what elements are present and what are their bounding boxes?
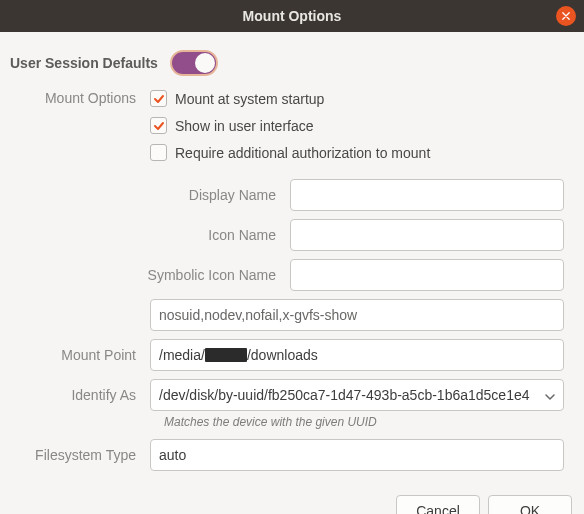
label-symbolic-icon-name: Symbolic Icon Name	[10, 267, 290, 283]
close-button[interactable]	[556, 6, 576, 26]
label-filesystem-type: Filesystem Type	[10, 447, 150, 463]
filesystem-type-input[interactable]	[150, 439, 564, 471]
checkbox-show-ui[interactable]	[150, 117, 167, 134]
chevron-down-icon	[545, 387, 555, 403]
identify-as-value: /dev/disk/by-uuid/fb250ca7-1d47-493b-a5c…	[159, 387, 539, 403]
cancel-button[interactable]: Cancel	[396, 495, 480, 514]
mount-options-line-input[interactable]	[150, 299, 564, 331]
ok-button[interactable]: OK	[488, 495, 572, 514]
check-icon	[153, 93, 165, 105]
checkbox-label-startup: Mount at system startup	[175, 91, 324, 107]
identify-as-select[interactable]: /dev/disk/by-uuid/fb250ca7-1d47-493b-a5c…	[150, 379, 564, 411]
close-icon	[562, 12, 570, 20]
dialog-content: User Session Defaults Mount Options Moun…	[0, 32, 584, 489]
window-title: Mount Options	[243, 8, 342, 24]
identify-as-hint: Matches the device with the given UUID	[164, 415, 564, 429]
label-mount-point: Mount Point	[10, 347, 150, 363]
label-mount-options: Mount Options	[10, 88, 150, 106]
mount-point-input[interactable]	[150, 339, 564, 371]
label-display-name: Display Name	[10, 187, 290, 203]
section-title: User Session Defaults	[10, 55, 170, 71]
checkbox-require-auth[interactable]	[150, 144, 167, 161]
checkbox-label-show-ui: Show in user interface	[175, 118, 314, 134]
dialog-footer: Cancel OK	[0, 489, 584, 514]
label-icon-name: Icon Name	[10, 227, 290, 243]
label-identify-as: Identify As	[10, 387, 150, 403]
icon-name-input[interactable]	[290, 219, 564, 251]
checkbox-mount-at-startup[interactable]	[150, 90, 167, 107]
check-icon	[153, 120, 165, 132]
symbolic-icon-name-input[interactable]	[290, 259, 564, 291]
toggle-knob	[195, 53, 215, 73]
checkbox-label-require-auth: Require additional authorization to moun…	[175, 145, 430, 161]
user-session-defaults-toggle[interactable]	[170, 50, 218, 76]
titlebar: Mount Options	[0, 0, 584, 32]
display-name-input[interactable]	[290, 179, 564, 211]
